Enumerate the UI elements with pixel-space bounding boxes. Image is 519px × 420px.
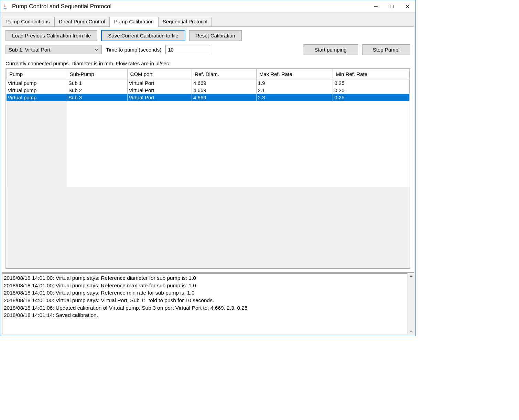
tab-content: Load Previous Calibration from file Save… <box>2 26 414 273</box>
start-pumping-button[interactable]: Start pumping <box>303 44 358 55</box>
table-cell[interactable]: Virtual Port <box>127 79 192 87</box>
table-row[interactable]: Virtual pumpSub 2Virtual Port4.6692.10.2… <box>7 87 410 94</box>
table-cell[interactable]: 2.3 <box>256 94 333 101</box>
table-cell[interactable]: Virtual Port <box>127 94 192 101</box>
table-cell[interactable]: 4.669 <box>192 79 257 87</box>
svg-rect-1 <box>390 5 393 8</box>
col-comport[interactable]: COM port <box>127 69 192 79</box>
table-cell[interactable]: 1.9 <box>256 79 333 87</box>
window-buttons <box>368 1 415 12</box>
table-cell[interactable]: Virtual pump <box>7 79 67 87</box>
table-cell[interactable]: 0.25 <box>333 79 410 87</box>
tab-pump-connections[interactable]: Pump Connections <box>2 17 54 26</box>
time-to-pump-label: Time to pump (seconds) <box>106 47 161 53</box>
scroll-up-icon[interactable] <box>408 273 414 279</box>
tab-direct-pump-control[interactable]: Direct Pump Control <box>54 17 110 26</box>
table-header-row: Pump Sub-Pump COM port Ref. Diam. Max Re… <box>7 69 410 79</box>
window-title: Pump Control and Sequential Protocol <box>11 3 368 10</box>
titlebar: Pump Control and Sequential Protocol <box>0 0 415 13</box>
close-button[interactable] <box>400 1 415 12</box>
table-cell[interactable]: Virtual pump <box>7 94 67 101</box>
java-icon <box>2 3 9 10</box>
pump-select[interactable]: Sub 1, Virtual Port <box>6 45 102 54</box>
tab-pump-calibration[interactable]: Pump Calibration <box>110 17 158 27</box>
scroll-down-icon[interactable] <box>408 328 414 334</box>
table-cell[interactable]: Sub 3 <box>67 94 127 101</box>
minimize-button[interactable] <box>368 1 384 12</box>
tabbar: Pump Connections Direct Pump Control Pum… <box>2 16 414 26</box>
time-to-pump-input[interactable] <box>165 45 210 54</box>
save-calibration-button[interactable]: Save Current Calibration to file <box>101 30 185 41</box>
table-cell[interactable]: 0.25 <box>333 87 410 94</box>
col-subpump[interactable]: Sub-Pump <box>67 69 127 79</box>
col-pump[interactable]: Pump <box>7 69 67 79</box>
table-cell[interactable]: 4.669 <box>192 87 257 94</box>
table-cell[interactable]: 4.669 <box>192 94 257 101</box>
info-label: Currently connected pumps. Diameter is i… <box>6 60 410 66</box>
chevron-down-icon <box>95 47 99 52</box>
pump-select-value: Sub 1, Virtual Port <box>9 47 50 53</box>
calibration-file-buttons: Load Previous Calibration from file Save… <box>6 30 410 41</box>
table-cell[interactable]: 2.1 <box>256 87 333 94</box>
pump-table[interactable]: Pump Sub-Pump COM port Ref. Diam. Max Re… <box>6 69 410 187</box>
table-cell[interactable]: Sub 2 <box>67 87 127 94</box>
pump-table-wrap: Pump Sub-Pump COM port Ref. Diam. Max Re… <box>6 68 410 269</box>
log-text[interactable]: 2018/08/18 14:01:00: Virtual pump says: … <box>2 273 408 334</box>
stop-pump-button[interactable]: Stop Pump! <box>362 44 410 55</box>
table-row[interactable]: Virtual pumpSub 3Virtual Port4.6692.30.2… <box>7 94 410 101</box>
reset-calibration-button[interactable]: Reset Calibration <box>189 30 242 41</box>
tab-sequential-protocol[interactable]: Sequential Protocol <box>158 17 212 26</box>
maximize-button[interactable] <box>384 1 400 12</box>
load-calibration-button[interactable]: Load Previous Calibration from file <box>6 30 97 41</box>
table-cell[interactable]: Sub 1 <box>67 79 127 87</box>
table-cell[interactable]: 0.25 <box>333 94 410 101</box>
client-area: Pump Connections Direct Pump Control Pum… <box>0 13 415 336</box>
log-scrollbar[interactable] <box>408 273 414 334</box>
table-cell[interactable]: Virtual pump <box>7 87 67 94</box>
col-maxrate[interactable]: Max Ref. Rate <box>256 69 333 79</box>
log-panel: 2018/08/18 14:01:00: Virtual pump says: … <box>2 273 414 334</box>
col-minrate[interactable]: Min Ref. Rate <box>333 69 410 79</box>
pumping-controls: Sub 1, Virtual Port Time to pump (second… <box>6 44 410 55</box>
col-refdiam[interactable]: Ref. Diam. <box>192 69 257 79</box>
table-cell[interactable]: Virtual Port <box>127 87 192 94</box>
table-row[interactable]: Virtual pumpSub 1Virtual Port4.6691.90.2… <box>7 79 410 87</box>
